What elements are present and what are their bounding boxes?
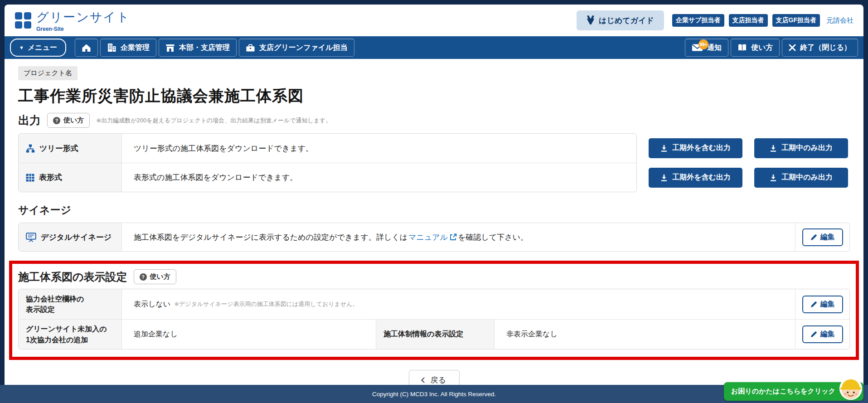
beginner-guide-button[interactable]: はじめてガイド	[577, 10, 664, 30]
download-button-label: 工期外を含む出力	[672, 173, 731, 182]
signage-description: 施工体系図をデジタルサイネージに表示するための設定ができます。詳しくは マニュア…	[122, 223, 795, 251]
page-frame: グリーンサイト Green-Site はじめてガイド 企業サブ担当者 支店担当者…	[5, 5, 863, 385]
copyright-text: Copyright (C) MCD3 Inc. All Rights Reser…	[372, 391, 496, 398]
manual-link[interactable]: マニュアル	[408, 232, 457, 243]
setting-value-cell: 表示しない ※デジタルサイネージ表示用の施工体系図には適用しておりません。	[122, 289, 795, 319]
main-content: プロジェクト名 工事作業所災害防止協議会兼施工体系図 出力 ? 使い方 ※出力編…	[5, 59, 863, 385]
home-button[interactable]	[75, 39, 98, 57]
output-button-row: 工期外を含む出力 工期中のみ出力	[637, 133, 850, 163]
output-row-label-cell: 表形式	[19, 163, 122, 192]
setting-note: ※デジタルサイネージ表示用の施工体系図には適用しておりません。	[174, 300, 358, 308]
table-row: グリーンサイト未加入の 1次協力会社の追加 追加企業なし 施工体制情報の表示設定…	[19, 319, 849, 349]
setting-label-line: グリーンサイト未加入の	[26, 324, 121, 334]
nav-item-company-management[interactable]: 企業管理	[100, 39, 156, 57]
setting-edit-cell: 編集	[795, 320, 849, 349]
pencil-icon	[810, 234, 817, 241]
notification-count-badge: 99+	[698, 39, 708, 49]
signage-desc-after: を確認して下さい。	[458, 232, 528, 243]
table-row: 表形式 表形式の施工体系図をダウンロードできます。	[19, 163, 636, 192]
back-button[interactable]: 戻る	[409, 370, 460, 385]
download-outside-period-button[interactable]: 工期外を含む出力	[649, 138, 742, 158]
main-nav: ▼ メニュー 企業管理 本部・支店管理	[5, 36, 863, 59]
nav-item-hq-branch-management[interactable]: 本部・支店管理	[159, 39, 237, 57]
back-button-label: 戻る	[431, 375, 446, 385]
output-howto-button[interactable]: ? 使い方	[47, 113, 90, 128]
menu-button[interactable]: ▼ メニュー	[10, 39, 66, 57]
close-button[interactable]: 終了（閉じる）	[782, 39, 858, 57]
pencil-icon	[810, 301, 817, 308]
blank-frame-edit-button[interactable]: 編集	[802, 296, 843, 313]
signage-edit-button[interactable]: 編集	[802, 228, 843, 246]
display-settings-howto-label: 使い方	[150, 272, 170, 281]
nav-item-label: 本部・支店管理	[179, 43, 230, 53]
nav-item-label: 支店グリーンファイル担当	[259, 43, 348, 53]
notification-button[interactable]: 99+ 通知	[685, 39, 728, 57]
setting-label2-cell: 施工体制情報の表示設定	[376, 320, 495, 349]
briefcase-icon	[246, 44, 255, 52]
edit-button-label: 編集	[820, 233, 835, 242]
howto-nav-button[interactable]: 使い方	[731, 39, 780, 57]
edit-button-label: 編集	[820, 330, 835, 339]
download-during-period-button[interactable]: 工期中のみ出力	[754, 138, 848, 158]
signage-row-label: デジタルサイネージ	[41, 232, 112, 243]
download-button-label: 工期中のみ出力	[781, 143, 833, 153]
unregistered-partner-edit-button[interactable]: 編集	[802, 325, 843, 343]
display-settings-section: 施工体系図の表示設定 ? 使い方 協力会社空欄枠の 表示設定 表示しない ※デジ…	[9, 261, 859, 360]
signage-desc-before: 施工体系図をデジタルサイネージに表示するための設定ができます。詳しくは	[134, 232, 407, 243]
logo-subtitle: Green-Site	[36, 26, 130, 32]
logo[interactable]: グリーンサイト Green-Site	[15, 9, 130, 32]
manual-link-label: マニュアル	[408, 232, 448, 243]
download-during-period-button[interactable]: 工期中のみ出力	[754, 168, 848, 188]
header-right: はじめてガイド 企業サブ担当者 支店担当者 支店GF担当者 元請会社	[577, 10, 853, 30]
table-grid-icon	[26, 174, 34, 182]
page-title: 工事作業所災害防止協議会兼施工体系図	[18, 86, 850, 107]
download-outside-period-button[interactable]: 工期外を含む出力	[649, 168, 742, 188]
download-icon	[660, 174, 668, 181]
mascot-icon	[839, 377, 863, 400]
output-row-label: ツリー形式	[39, 143, 78, 154]
help-widget: お困りのかたはこちらをクリック	[724, 382, 863, 401]
setting-label-cell: 協力会社空欄枠の 表示設定	[19, 289, 122, 319]
setting-value: 非表示企業なし	[506, 330, 558, 339]
logo-icon	[15, 12, 32, 29]
beginner-mark-icon	[587, 15, 595, 25]
output-heading: 出力	[18, 113, 41, 128]
setting-label-cell: グリーンサイト未加入の 1次協力会社の追加	[19, 320, 122, 349]
output-row-description: ツリー形式の施工体系図をダウンロードできます。	[122, 134, 636, 163]
output-row-description: 表形式の施工体系図をダウンロードできます。	[122, 163, 636, 192]
output-row-label-cell: ツリー形式	[19, 134, 122, 163]
logo-text: グリーンサイト Green-Site	[36, 9, 130, 32]
display-settings-heading: 施工体系図の表示設定	[18, 270, 127, 284]
output-row-label: 表形式	[39, 172, 62, 183]
chevron-left-icon	[421, 377, 427, 383]
help-button-label: お困りのかたはこちらをクリック	[731, 387, 835, 395]
setting-value: 表示しない	[134, 300, 170, 309]
output-buttons: 工期外を含む出力 工期中のみ出力	[637, 133, 850, 192]
question-icon: ?	[53, 117, 60, 124]
building-icon	[107, 43, 116, 52]
nav-item-branch-greenfile[interactable]: 支店グリーンファイル担当	[239, 39, 354, 57]
output-section-head: 出力 ? 使い方 ※出力編成数が200を超えるプロジェクトの場合、出力結果は別途…	[18, 113, 850, 128]
company-type-label: 元請会社	[826, 16, 853, 25]
signage-edit-cell: 編集	[795, 223, 849, 251]
footer: Copyright (C) MCD3 Inc. All Rights Reser…	[0, 385, 868, 403]
download-button-label: 工期外を含む出力	[672, 143, 731, 153]
question-icon: ?	[140, 273, 147, 281]
role-badge-company-sub: 企業サブ担当者	[672, 14, 724, 27]
nav-item-label: 企業管理	[121, 43, 150, 53]
download-button-label: 工期中のみ出力	[781, 173, 833, 182]
settings-card: 協力会社空欄枠の 表示設定 表示しない ※デジタルサイネージ表示用の施工体系図に…	[18, 289, 850, 350]
signage-heading: サイネージ	[18, 203, 850, 217]
output-button-row: 工期外を含む出力 工期中のみ出力	[637, 163, 850, 192]
chevron-down-icon: ▼	[19, 45, 24, 50]
logo-title: グリーンサイト	[36, 9, 130, 25]
setting-label-line: 1次協力会社の追加	[26, 335, 121, 345]
setting-label-line: 表示設定	[26, 304, 121, 315]
project-name-chip: プロジェクト名	[18, 66, 78, 80]
storefront-icon	[165, 44, 175, 52]
external-link-icon	[450, 233, 457, 241]
book-icon	[737, 44, 747, 52]
display-settings-howto-button[interactable]: ? 使い方	[134, 269, 176, 284]
pencil-icon	[810, 331, 817, 338]
notification-label: 通知	[707, 43, 722, 53]
